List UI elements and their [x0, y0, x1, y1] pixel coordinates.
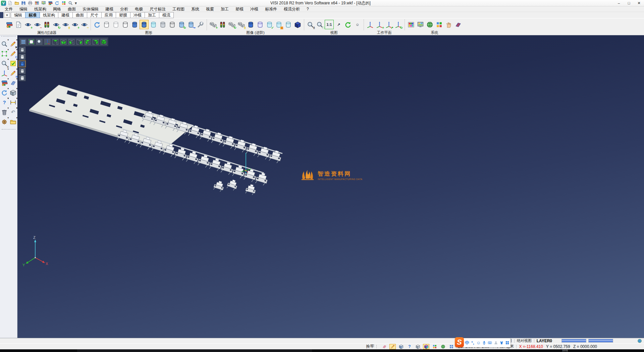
ime-mic-icon[interactable]: [482, 340, 487, 346]
app-logo[interactable]: V: [1, 1, 6, 6]
shade-hatched-icon[interactable]: [168, 20, 177, 29]
panel-grip[interactable]: [1, 36, 16, 38]
menu-item-dimension[interactable]: 尺寸标注: [146, 6, 169, 12]
zoom-icon[interactable]: ±: [306, 20, 315, 29]
adv-reference-icon[interactable]: ▣: [274, 20, 283, 29]
import-part-icon[interactable]: →: [415, 344, 421, 349]
tab-standard[interactable]: 标准: [25, 12, 40, 18]
box-select-icon[interactable]: [398, 344, 404, 349]
menu-item-mesh[interactable]: 网格: [50, 6, 64, 12]
pan-icon[interactable]: ↗: [334, 20, 343, 29]
redraw-icon[interactable]: [93, 20, 102, 29]
display-settings-icon[interactable]: [416, 20, 425, 29]
zoom-box-icon[interactable]: ±▾: [0, 59, 8, 68]
view-menu-icon[interactable]: [19, 38, 27, 45]
menu-item-edit[interactable]: 编辑: [16, 6, 31, 12]
adv-hatched-icon[interactable]: [284, 20, 293, 29]
file-manager-icon[interactable]: ▾: [9, 117, 17, 126]
refresh-icon[interactable]: [54, 0, 60, 6]
workplane-add-icon[interactable]: +: [375, 20, 384, 29]
shade-solid-edges-icon[interactable]: [140, 20, 149, 29]
lock-label[interactable]: 拴牢: [366, 344, 374, 349]
view-face-icon[interactable]: ☺: [353, 20, 362, 29]
view-bottom-icon[interactable]: [60, 38, 67, 45]
tab-moldflow[interactable]: 模流: [159, 12, 174, 18]
navigator-wheel-icon[interactable]: ▾: [0, 117, 8, 126]
ime-skin-icon[interactable]: [499, 340, 504, 346]
attributes-books-icon[interactable]: ▾: [0, 78, 8, 87]
page-properties-icon[interactable]: [14, 20, 23, 29]
view-left-icon[interactable]: [68, 38, 75, 45]
adv-refresh-icon[interactable]: ↻: [227, 20, 236, 29]
menu-item-electrode[interactable]: 电极: [131, 6, 146, 12]
grid-settings-icon[interactable]: [453, 20, 463, 29]
workplane-move-icon[interactable]: ↗: [384, 20, 393, 29]
tab-application[interactable]: 应用: [101, 12, 116, 18]
attributes-palette-icon[interactable]: [5, 20, 14, 29]
view-top-icon[interactable]: [52, 38, 59, 45]
render-hidden-icon[interactable]: [18, 53, 26, 60]
tab-machining[interactable]: 加工: [145, 12, 159, 18]
undo-icon[interactable]: ↶▾: [9, 107, 17, 117]
shade-gray-icon[interactable]: [158, 20, 167, 29]
shade-hidden-line-icon[interactable]: [111, 20, 120, 29]
menu-item-modeling[interactable]: 建模: [102, 6, 117, 12]
menu-item-machining[interactable]: 加工: [217, 6, 232, 12]
measure-icon[interactable]: ▾: [9, 98, 17, 107]
shade-wireframe-icon[interactable]: [102, 20, 111, 29]
menu-item-wireframe[interactable]: 线架构: [31, 6, 50, 12]
new-file-icon[interactable]: [7, 0, 13, 6]
render-shaded-icon[interactable]: [18, 60, 26, 67]
open-file-icon[interactable]: [14, 0, 19, 6]
tab-modeling[interactable]: 建模: [58, 12, 73, 18]
menu-item-standard-parts[interactable]: 标准件: [262, 6, 280, 12]
library-icon[interactable]: [47, 0, 53, 6]
palette-icon[interactable]: [34, 0, 40, 6]
adv-traffic-icon[interactable]: [218, 20, 227, 29]
menu-item-solid-edit[interactable]: 实体编辑: [79, 6, 102, 12]
shade-copy-icon[interactable]: ↪: [186, 20, 196, 29]
filter-refresh-icon[interactable]: ↻: [52, 20, 61, 29]
visibility-remove-icon[interactable]: −: [80, 20, 89, 29]
view-ref-label[interactable]: 绝对视图: [517, 338, 532, 343]
view-refresh-icon[interactable]: [343, 20, 353, 29]
adv-solid-icon[interactable]: [246, 20, 255, 29]
ime-keyboard-icon[interactable]: [487, 340, 492, 346]
adv-cube-icon[interactable]: [293, 20, 302, 29]
visibility-add-icon[interactable]: +: [70, 20, 79, 29]
zoom-extents-icon[interactable]: ▾: [0, 49, 8, 58]
online-globe-icon[interactable]: [637, 339, 642, 343]
adv-check-icon[interactable]: ✓: [265, 20, 274, 29]
minimize-button[interactable]: –: [614, 0, 624, 6]
adv-add-icon[interactable]: +: [209, 20, 218, 29]
visibility-plusminus-icon[interactable]: ±: [61, 20, 70, 29]
delete-trash-icon[interactable]: ▾: [0, 107, 8, 117]
menu-item-moldflow[interactable]: 模流分析: [280, 6, 303, 12]
solid-cube-icon[interactable]: ▾: [9, 88, 17, 97]
ime-mode-chinese[interactable]: 中: [465, 340, 470, 346]
maximize-button[interactable]: □: [624, 0, 634, 6]
workplane-create-icon[interactable]: [366, 20, 375, 29]
tab-edit[interactable]: 编辑: [11, 12, 25, 18]
close-button[interactable]: ✕: [634, 0, 644, 6]
render-wireframe-icon[interactable]: [18, 46, 26, 53]
curve-sketch-icon[interactable]: C▾: [9, 49, 17, 58]
snap-grid-icon[interactable]: [381, 344, 387, 349]
qa-dropdown-icon[interactable]: ▾: [74, 0, 77, 6]
confirm-icon[interactable]: ▾: [9, 59, 17, 68]
menu-item-help[interactable]: ?: [303, 7, 312, 11]
grid-plane-icon[interactable]: ▾: [9, 78, 17, 87]
menu-item-die[interactable]: 冲模: [247, 6, 262, 12]
regenerate-icon[interactable]: ▾: [0, 88, 8, 97]
menu-item-window[interactable]: 视窗: [203, 6, 217, 12]
menu-item-mold[interactable]: 塑模: [232, 6, 247, 12]
help-icon[interactable]: ?▾: [0, 98, 8, 107]
ime-punctuation[interactable]: °,: [470, 340, 475, 346]
render-flat-icon[interactable]: [18, 68, 26, 74]
adv-plusminus-icon[interactable]: ±: [237, 20, 246, 29]
context-help-icon[interactable]: ?: [406, 344, 413, 349]
tab-surface[interactable]: 曲面: [72, 12, 87, 18]
status-windows-icon[interactable]: [448, 344, 454, 349]
ime-emoji-icon[interactable]: ☺: [476, 340, 481, 346]
tab-film[interactable]: 塑膜: [116, 12, 130, 18]
